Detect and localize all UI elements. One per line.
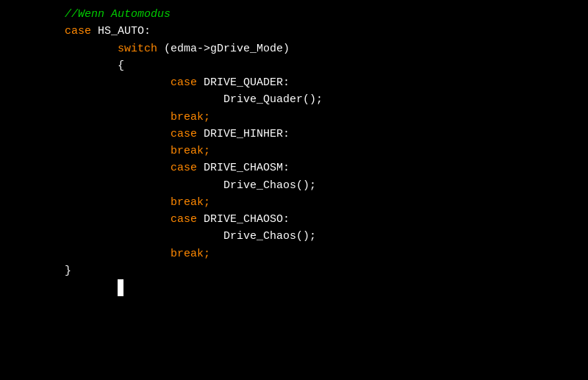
code-line: switch (edma->gDrive_Mode) [0, 40, 588, 57]
code-token: case [65, 23, 91, 40]
code-token: { [118, 57, 124, 74]
code-token: Drive_Chaos(); [223, 228, 316, 245]
indent [12, 57, 118, 74]
code-line: } [0, 262, 588, 279]
code-token: break; [171, 109, 210, 126]
indent [12, 228, 223, 245]
code-line: //Wenn Automodus [0, 6, 588, 23]
code-line: break; [0, 143, 588, 159]
indent [12, 109, 171, 126]
code-token: break; [171, 194, 210, 211]
code-token: case [171, 211, 197, 228]
code-token: break; [171, 143, 210, 159]
code-token: DRIVE_HINHER: [197, 126, 290, 143]
indent [12, 245, 171, 262]
code-line: case DRIVE_QUADER: [0, 74, 588, 91]
indent [12, 40, 118, 57]
code-line: { [0, 57, 588, 74]
code-line: Drive_Chaos(); [0, 177, 588, 194]
code-line: I [0, 279, 588, 296]
code-line: break; [0, 194, 588, 211]
code-token: DRIVE_CHAOSO: [197, 211, 290, 228]
code-token: //Wenn Automodus [65, 6, 171, 23]
code-line: case DRIVE_HINHER: [0, 126, 588, 143]
indent [12, 177, 223, 194]
code-block: //Wenn Automodus case HS_AUTO: switch (e… [0, 6, 588, 296]
indent [12, 126, 171, 143]
code-token: break; [171, 245, 210, 262]
code-token: case [171, 126, 197, 143]
code-token: case [171, 159, 197, 176]
code-token: Drive_Quader(); [223, 91, 323, 108]
indent [12, 6, 65, 23]
code-token: DRIVE_QUADER: [197, 74, 290, 91]
code-editor: //Wenn Automodus case HS_AUTO: switch (e… [0, 0, 588, 380]
code-line: break; [0, 109, 588, 126]
code-token: switch [118, 40, 157, 57]
indent [12, 279, 118, 296]
code-token: I [118, 279, 123, 296]
indent [12, 91, 223, 108]
code-token: Drive_Chaos(); [223, 177, 316, 194]
code-token: (edma->gDrive_Mode) [157, 40, 290, 57]
indent [12, 74, 171, 91]
code-line: case HS_AUTO: [0, 23, 588, 40]
indent [12, 23, 65, 40]
indent [12, 143, 171, 159]
code-line: Drive_Chaos(); [0, 228, 588, 245]
code-token: } [65, 262, 71, 279]
code-token: HS_AUTO: [91, 23, 151, 40]
code-token: DRIVE_CHAOSM: [197, 159, 290, 176]
indent [12, 211, 171, 228]
indent [12, 159, 171, 176]
indent [12, 194, 171, 211]
indent [12, 262, 65, 279]
code-line: break; [0, 245, 588, 262]
code-line: case DRIVE_CHAOSO: [0, 211, 588, 228]
code-line: case DRIVE_CHAOSM: [0, 159, 588, 176]
code-line: Drive_Quader(); [0, 91, 588, 108]
code-token: case [171, 74, 197, 91]
